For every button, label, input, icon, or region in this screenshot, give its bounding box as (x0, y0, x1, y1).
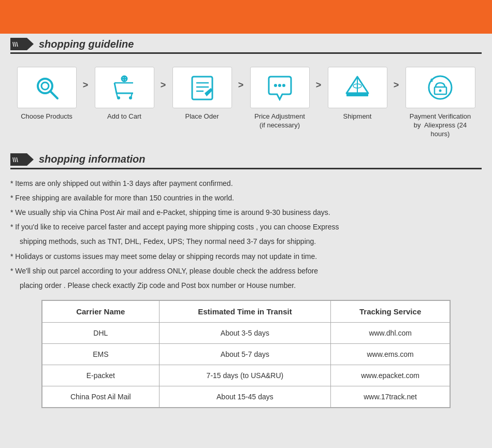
info-text-block: * Items are only shipped out within 1-3 … (10, 177, 482, 293)
svg-text:\\\: \\\ (12, 156, 18, 164)
guideline-title-text: shopping guideline (39, 38, 134, 50)
row-epacket-tracking: www.epacket.com (331, 365, 450, 386)
svg-point-11 (117, 96, 120, 99)
table-row: EMS About 5-7 days www.ems.com (42, 344, 450, 365)
step-icon-price-adjustment (250, 67, 310, 108)
info-line-4b: shipping methods, such as TNT, DHL, Fede… (10, 235, 482, 248)
col-header-tracking: Tracking Service (331, 301, 450, 323)
table-row: E-packet 7-15 days (to USA&RU) www.epack… (42, 365, 450, 386)
step-label-shipment: Shipment (343, 112, 372, 121)
info-line-6a: * We'll ship out parcel according to you… (10, 265, 482, 278)
step-label-add-to-cart: Add to Cart (107, 112, 141, 121)
step-shipment: Shipment (326, 67, 388, 121)
svg-rect-13 (192, 77, 212, 99)
arrow-5: > (388, 67, 404, 91)
step-icon-place-order (172, 67, 232, 108)
row-ems-carrier: EMS (42, 344, 160, 365)
col-header-transit: Estimated Time in Transit (159, 301, 331, 323)
arrow-1: > (78, 67, 93, 91)
svg-point-18 (278, 84, 281, 87)
info-line-1: * Items are only shipped out within 1-3 … (10, 177, 482, 190)
step-place-order: Place Oder (171, 67, 233, 121)
info-line-5: * Holidays or customs issues may meet so… (10, 250, 482, 263)
step-add-to-cart: Add to Cart (93, 67, 155, 121)
orange-header (0, 0, 492, 34)
info-title-text: shopping information (39, 153, 146, 165)
table-row: China Post Ail Mail About 15-45 days www… (42, 386, 450, 408)
info-line-6b: placing order . Please check exactly Zip… (10, 279, 482, 292)
row-chinapost-tracking: www.17track.net (331, 386, 450, 408)
row-dhl-tracking: www.dhl.com (331, 323, 450, 344)
row-ems-tracking: www.ems.com (331, 344, 450, 365)
table-header-row: Carrier Name Estimated Time in Transit T… (42, 301, 450, 323)
step-label-choose-products: Choose Products (21, 112, 73, 121)
step-label-price-adjustment: Price Adjustment(if necessary) (254, 112, 305, 130)
svg-point-4 (41, 82, 49, 90)
shipping-table: Carrier Name Estimated Time in Transit T… (42, 300, 450, 408)
step-choose-products: Choose Products (16, 67, 78, 121)
info-line-2: * Free shipping are available for more t… (10, 192, 482, 205)
svg-rect-23 (346, 93, 368, 96)
step-icon-add-to-cart (95, 67, 154, 108)
guideline-divider (10, 52, 482, 54)
svg-point-12 (129, 96, 132, 99)
svg-text:$: $ (430, 78, 433, 83)
svg-point-27 (439, 89, 441, 92)
step-label-place-order: Place Oder (185, 112, 219, 121)
info-divider (10, 168, 482, 169)
info-line-3: * We usually ship via China Post Air mai… (10, 206, 482, 219)
steps-container: Choose Products > Add to Cart > (0, 62, 492, 149)
step-price-adjustment: Price Adjustment(if necessary) (249, 67, 311, 130)
shopping-info-section: * Items are only shipped out within 1-3 … (0, 177, 492, 427)
table-row: DHL About 3-5 days www.dhl.com (42, 323, 450, 344)
guideline-title-icon: \\\ (10, 38, 34, 50)
guideline-title-row: \\\ shopping guideline (0, 34, 492, 52)
arrow-3: > (233, 67, 249, 91)
row-chinapost-carrier: China Post Ail Mail (42, 386, 160, 408)
svg-line-3 (50, 91, 57, 98)
svg-text:\\\: \\\ (12, 40, 18, 48)
row-epacket-transit: 7-15 days (to USA&RU) (159, 365, 331, 386)
row-epacket-carrier: E-packet (42, 365, 160, 386)
svg-point-17 (274, 84, 277, 87)
shipping-table-wrapper: Carrier Name Estimated Time in Transit T… (41, 300, 451, 408)
row-chinapost-transit: About 15-45 days (159, 386, 331, 408)
arrow-4: > (311, 67, 326, 91)
arrow-2: > (155, 67, 171, 91)
row-dhl-carrier: DHL (42, 323, 160, 344)
col-header-carrier: Carrier Name (42, 301, 160, 323)
info-title-icon: \\\ (10, 153, 34, 166)
step-icon-payment-verification: $ (406, 67, 475, 108)
row-ems-transit: About 5-7 days (159, 344, 331, 365)
info-title-row: \\\ shopping information (0, 149, 492, 168)
step-icon-choose-products (17, 67, 77, 108)
step-payment-verification: $ Payment Verificationby Aliexpress (24 … (404, 67, 476, 139)
svg-point-19 (282, 84, 285, 87)
step-label-payment-verification: Payment Verificationby Aliexpress (24 ho… (404, 112, 476, 139)
row-dhl-transit: About 3-5 days (159, 323, 331, 344)
info-line-4: * If you'd like to receive parcel faster… (10, 221, 482, 234)
step-icon-shipment (328, 67, 387, 108)
